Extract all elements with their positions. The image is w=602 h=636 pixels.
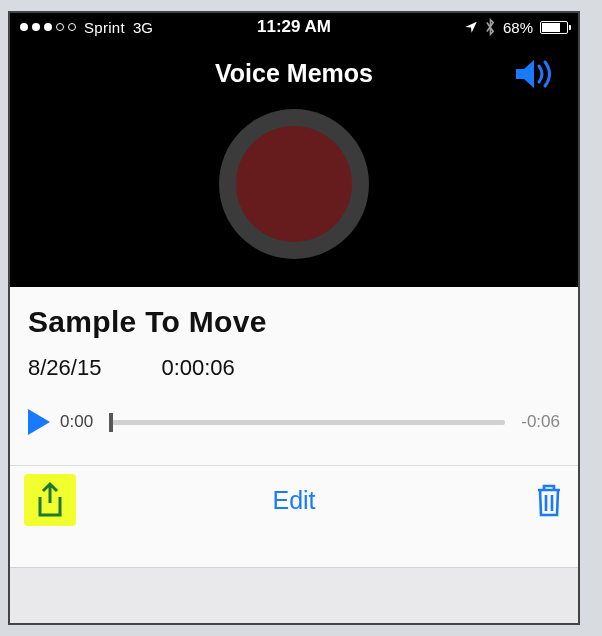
memo-title[interactable]: Sample To Move bbox=[28, 305, 560, 339]
memo-duration-label: 0:00:06 bbox=[161, 355, 234, 381]
scrubber-thumb[interactable] bbox=[109, 413, 113, 432]
speaker-icon[interactable] bbox=[514, 57, 558, 91]
battery-icon bbox=[540, 21, 568, 34]
edit-button[interactable]: Edit bbox=[10, 486, 578, 515]
record-button[interactable] bbox=[219, 109, 369, 259]
bottom-strip bbox=[10, 567, 578, 623]
page-title: Voice Memos bbox=[215, 59, 373, 88]
progress-track[interactable] bbox=[109, 420, 505, 425]
play-button[interactable] bbox=[28, 409, 50, 435]
clock-label: 11:29 AM bbox=[10, 17, 578, 37]
memo-toolbar: Edit bbox=[10, 466, 578, 534]
voice-memos-screen: Sprint 3G 11:29 AM 68% Voice Memos bbox=[8, 11, 580, 625]
audio-scrubber: 0:00 -0:06 bbox=[28, 409, 560, 435]
memo-detail-panel: Sample To Move 8/26/15 0:00:06 0:00 -0:0… bbox=[10, 287, 578, 445]
memo-date-label: 8/26/15 bbox=[28, 355, 101, 381]
current-time-label: 0:00 bbox=[60, 412, 93, 432]
app-header-area: Sprint 3G 11:29 AM 68% Voice Memos bbox=[10, 13, 578, 287]
status-bar: Sprint 3G 11:29 AM 68% bbox=[10, 13, 578, 41]
remaining-time-label: -0:06 bbox=[521, 412, 560, 432]
